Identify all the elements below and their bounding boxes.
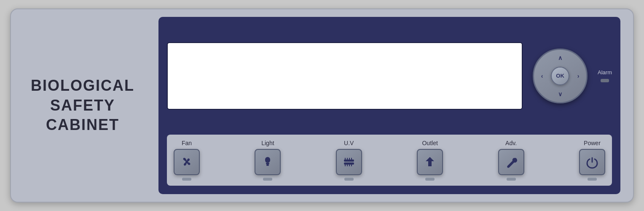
- outlet-button[interactable]: [417, 149, 443, 175]
- fan-icon: [179, 154, 194, 170]
- light-icon: [260, 154, 275, 170]
- top-row: ∧ ∨ ‹ › OK Alarm: [167, 24, 612, 128]
- dpad-left-button[interactable]: ‹: [536, 70, 548, 82]
- ok-button[interactable]: OK: [551, 67, 569, 85]
- uv-label: U.V: [344, 140, 354, 146]
- fan-button[interactable]: [174, 149, 200, 175]
- power-led: [588, 178, 597, 181]
- svg-rect-4: [266, 165, 269, 166]
- svg-rect-5: [344, 160, 354, 162]
- outlet-group: Outlet: [417, 140, 443, 181]
- power-label: Power: [584, 140, 601, 146]
- title-section: BIOLOGICAL SAFETY CABINET: [24, 76, 142, 135]
- svg-point-15: [507, 166, 509, 168]
- uv-icon: [341, 154, 357, 170]
- dpad-right-button[interactable]: ›: [572, 70, 585, 82]
- buttons-row: Fan Light: [167, 135, 612, 186]
- svg-rect-1: [265, 157, 270, 163]
- uv-led: [344, 178, 354, 181]
- display-screen: [167, 42, 523, 110]
- dpad-circle: ∧ ∨ ‹ › OK: [533, 49, 588, 103]
- wrench-icon: [504, 154, 519, 170]
- outlet-icon: [422, 154, 437, 170]
- outlet-label: Outlet: [422, 140, 437, 146]
- svg-rect-2: [266, 163, 269, 164]
- light-led: [263, 178, 272, 181]
- adv-label: Adv.: [505, 140, 517, 146]
- fan-group: Fan: [174, 140, 200, 181]
- power-icon: [585, 154, 600, 170]
- light-button[interactable]: [255, 149, 281, 175]
- uv-group: U.V: [336, 140, 362, 181]
- svg-rect-3: [266, 164, 269, 165]
- power-group: Power: [579, 140, 605, 181]
- adv-led: [507, 178, 516, 181]
- power-button[interactable]: [579, 149, 605, 175]
- fan-label: Fan: [182, 140, 192, 146]
- alarm-led: [601, 79, 609, 82]
- adv-group: Adv.: [498, 140, 524, 181]
- control-panel: ∧ ∨ ‹ › OK Alarm Fan: [158, 17, 620, 194]
- alarm-section: Alarm: [598, 69, 612, 82]
- cabinet-panel: BIOLOGICAL SAFETY CABINET ∧ ∨ ‹ › OK: [10, 8, 634, 203]
- fan-led: [182, 178, 191, 181]
- dpad-up-button[interactable]: ∧: [554, 51, 566, 64]
- uv-button[interactable]: [336, 149, 362, 175]
- svg-rect-6: [344, 162, 354, 165]
- adv-button[interactable]: [498, 149, 524, 175]
- cabinet-title: BIOLOGICAL SAFETY CABINET: [24, 76, 142, 135]
- dpad: ∧ ∨ ‹ › OK: [533, 49, 588, 103]
- nav-section: ∧ ∨ ‹ › OK: [533, 49, 588, 103]
- alarm-label: Alarm: [598, 69, 612, 76]
- dpad-down-button[interactable]: ∨: [554, 88, 566, 100]
- light-label: Light: [261, 140, 274, 146]
- outlet-led: [425, 178, 435, 181]
- light-group: Light: [255, 140, 281, 181]
